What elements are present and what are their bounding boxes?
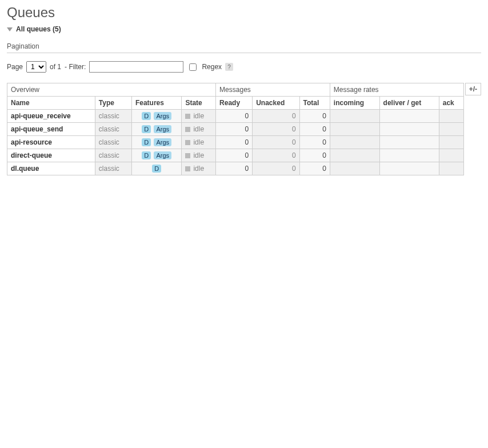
queue-incoming xyxy=(330,162,379,175)
queue-type: classic xyxy=(95,136,131,149)
queue-name[interactable]: dl.queue xyxy=(7,162,95,175)
queue-unacked: 0 xyxy=(253,149,299,162)
state-dot-icon xyxy=(185,114,190,119)
feature-badge: D xyxy=(142,138,151,146)
queue-ready: 0 xyxy=(216,162,253,175)
queue-deliver xyxy=(379,162,439,175)
queue-features: D xyxy=(131,162,181,175)
queue-name[interactable]: api-resource xyxy=(7,136,95,149)
queue-total: 0 xyxy=(299,136,330,149)
state-dot-icon xyxy=(185,127,190,132)
table-row[interactable]: api-resourceclassicD Argsidle000 xyxy=(7,136,464,149)
queue-state: idle xyxy=(182,110,216,123)
feature-badge: Args xyxy=(154,125,171,133)
queue-ready: 0 xyxy=(216,149,253,162)
filter-input[interactable] xyxy=(89,61,183,73)
queue-state: idle xyxy=(182,149,216,162)
queue-incoming xyxy=(330,149,379,162)
group-overview: Overview xyxy=(7,83,216,97)
col-type[interactable]: Type xyxy=(95,97,131,110)
queue-total: 0 xyxy=(299,110,330,123)
of-label: of 1 xyxy=(50,63,61,71)
col-features[interactable]: Features xyxy=(131,97,181,110)
queue-type: classic xyxy=(95,110,131,123)
queues-table: Overview Messages Message rates Name Typ… xyxy=(7,83,464,175)
feature-badge: D xyxy=(142,125,151,133)
queue-deliver xyxy=(379,110,439,123)
filter-label: - Filter: xyxy=(65,63,86,71)
queue-name[interactable]: api-queue_send xyxy=(7,123,95,136)
queue-ready: 0 xyxy=(216,110,253,123)
queue-ack xyxy=(439,136,463,149)
queues-toggle[interactable]: All queues (5) xyxy=(7,25,61,33)
feature-badge: D xyxy=(142,151,151,159)
queue-total: 0 xyxy=(299,149,330,162)
queue-type: classic xyxy=(95,149,131,162)
table-row[interactable]: direct-queueclassicD Argsidle000 xyxy=(7,149,464,162)
queues-table-wrap: +/- Overview Messages Message rates Name… xyxy=(7,83,481,175)
state-dot-icon xyxy=(185,153,190,158)
col-total[interactable]: Total xyxy=(299,97,330,110)
queue-ack xyxy=(439,149,463,162)
group-rates: Message rates xyxy=(330,83,463,97)
queues-section: Queues All queues (5) Pagination Page 1 … xyxy=(0,0,488,183)
queue-total: 0 xyxy=(299,123,330,136)
queue-state: idle xyxy=(182,123,216,136)
queues-toggle-label: All queues (5) xyxy=(16,25,61,33)
queue-deliver xyxy=(379,136,439,149)
queue-unacked: 0 xyxy=(253,136,299,149)
col-ack[interactable]: ack xyxy=(439,97,463,110)
help-icon[interactable]: ? xyxy=(225,63,233,71)
queue-incoming xyxy=(330,123,379,136)
col-state[interactable]: State xyxy=(182,97,216,110)
feature-badge: D xyxy=(152,165,161,173)
queue-features: D Args xyxy=(131,136,181,149)
state-dot-icon xyxy=(185,166,190,171)
columns-toggle[interactable]: +/- xyxy=(465,83,481,95)
page-label: Page xyxy=(7,63,23,71)
table-row[interactable]: dl.queueclassicDidle000 xyxy=(7,162,464,175)
queue-deliver xyxy=(379,149,439,162)
queue-unacked: 0 xyxy=(253,162,299,175)
group-messages: Messages xyxy=(216,83,330,97)
col-deliver[interactable]: deliver / get xyxy=(379,97,439,110)
queue-total: 0 xyxy=(299,162,330,175)
queue-ack xyxy=(439,123,463,136)
queue-unacked: 0 xyxy=(253,110,299,123)
col-unacked[interactable]: Unacked xyxy=(253,97,299,110)
col-name[interactable]: Name xyxy=(7,97,95,110)
queue-features: D Args xyxy=(131,149,181,162)
queue-features: D Args xyxy=(131,123,181,136)
queues-title: Queues xyxy=(7,5,481,21)
queue-features: D Args xyxy=(131,110,181,123)
regex-label: Regex xyxy=(202,63,222,71)
queue-ack xyxy=(439,110,463,123)
queue-ack xyxy=(439,162,463,175)
divider xyxy=(7,53,481,53)
feature-badge: Args xyxy=(154,112,171,120)
regex-checkbox[interactable] xyxy=(189,63,197,71)
table-row[interactable]: api-queue_sendclassicD Argsidle000 xyxy=(7,123,464,136)
queue-incoming xyxy=(330,136,379,149)
queue-name[interactable]: api-queue_receive xyxy=(7,110,95,123)
queue-name[interactable]: direct-queue xyxy=(7,149,95,162)
queue-ready: 0 xyxy=(216,136,253,149)
queue-state: idle xyxy=(182,136,216,149)
col-incoming[interactable]: incoming xyxy=(330,97,379,110)
chevron-down-icon xyxy=(7,27,13,31)
queue-incoming xyxy=(330,110,379,123)
pagination-label: Pagination xyxy=(7,42,481,50)
queue-state: idle xyxy=(182,162,216,175)
queue-ready: 0 xyxy=(216,123,253,136)
queue-unacked: 0 xyxy=(253,123,299,136)
queue-type: classic xyxy=(95,162,131,175)
feature-badge: Args xyxy=(154,138,171,146)
table-row[interactable]: api-queue_receiveclassicD Argsidle000 xyxy=(7,110,464,123)
feature-badge: Args xyxy=(154,151,171,159)
queue-type: classic xyxy=(95,123,131,136)
page-select[interactable]: 1 xyxy=(26,61,46,73)
queue-deliver xyxy=(379,123,439,136)
feature-badge: D xyxy=(142,112,151,120)
col-ready[interactable]: Ready xyxy=(216,97,253,110)
queues-pager: Page 1 of 1 - Filter: Regex ? xyxy=(7,61,481,73)
